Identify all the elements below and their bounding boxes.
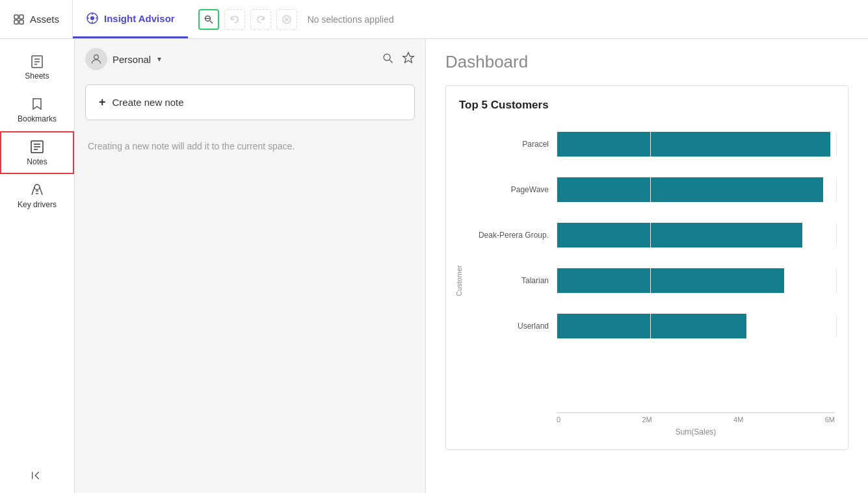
y-axis-label: Customer <box>453 125 466 436</box>
nav-item-key-drivers[interactable]: Key drivers <box>0 174 74 217</box>
bar-track <box>557 177 835 202</box>
undo-icon[interactable] <box>224 9 245 30</box>
svg-line-11 <box>210 21 213 23</box>
x-axis-title: Sum(Sales) <box>557 427 835 436</box>
create-note-button[interactable]: + Create new note <box>85 84 415 120</box>
svg-rect-0 <box>14 15 18 19</box>
svg-point-5 <box>90 16 94 20</box>
bar-row: Paracel <box>466 125 835 164</box>
x-axis-area: 02M4M6M Sum(Sales) <box>557 412 835 436</box>
toolbar-icons: No selections applied <box>188 9 868 30</box>
bar-label: PageWave <box>466 185 557 194</box>
bar-label: Talarian <box>466 276 557 285</box>
bar-track <box>557 223 835 247</box>
x-tick: 2M <box>642 416 651 423</box>
svg-point-24 <box>34 184 40 190</box>
insight-advisor-label: Insight Advisor <box>104 13 175 24</box>
notes-panel: Personal ▾ + Create new note <box>75 39 426 493</box>
bar-label: Userland <box>466 322 557 331</box>
bar-row: Talarian <box>466 261 835 300</box>
dashboard-area: Dashboard Top 5 Customers Customer Parac… <box>426 39 868 493</box>
bar-track <box>557 268 835 293</box>
nav-item-notes[interactable]: Notes <box>0 131 74 174</box>
clear-selections-icon[interactable] <box>276 9 297 30</box>
nav-item-sheets[interactable]: Sheets <box>0 45 74 88</box>
nav-collapse-button[interactable] <box>0 461 74 493</box>
create-note-label: Create new note <box>112 97 184 108</box>
main-content: Sheets Bookmarks Notes Key drivers <box>0 39 868 493</box>
bar-fill <box>557 223 802 247</box>
bar-fill <box>557 268 784 293</box>
panel-header-right <box>381 51 415 67</box>
x-tick: 4M <box>733 416 743 423</box>
nav-sheets-label: Sheets <box>25 71 49 81</box>
nav-key-drivers-label: Key drivers <box>18 200 57 209</box>
assets-tab[interactable]: Assets <box>0 0 73 38</box>
svg-point-27 <box>94 55 99 59</box>
nav-item-bookmarks[interactable]: Bookmarks <box>0 88 74 131</box>
bar-chart: Customer ParacelPageWaveDeak-Perera Grou… <box>453 125 835 436</box>
panel-header: Personal ▾ <box>75 39 425 79</box>
svg-rect-3 <box>20 20 23 24</box>
bar-fill <box>557 314 746 338</box>
plus-icon: + <box>99 95 106 109</box>
dashboard-title: Dashboard <box>445 52 848 72</box>
nav-bookmarks-label: Bookmarks <box>18 114 57 123</box>
x-tick: 0 <box>557 416 560 423</box>
personal-label: Personal <box>112 54 151 65</box>
left-nav: Sheets Bookmarks Notes Key drivers <box>0 39 75 493</box>
insight-advisor-tab[interactable]: Insight Advisor <box>73 0 188 38</box>
bars-container: ParacelPageWaveDeak-Perera Group.Talaria… <box>466 125 835 412</box>
svg-rect-1 <box>20 15 23 19</box>
svg-line-29 <box>389 60 392 62</box>
panel-hint-text: Creating a new note will add it to the c… <box>75 131 425 162</box>
assets-label: Assets <box>30 14 59 25</box>
chart-container: Top 5 Customers Customer ParacelPageWave… <box>445 85 848 450</box>
bar-track <box>557 314 835 338</box>
bar-fill <box>557 177 823 202</box>
bar-row: Userland <box>466 307 835 346</box>
bar-label: Paracel <box>466 140 557 149</box>
search-notes-button[interactable] <box>381 51 394 67</box>
pin-button[interactable] <box>402 51 415 67</box>
x-ticks: 02M4M6M <box>557 413 835 423</box>
redo-icon[interactable] <box>250 9 271 30</box>
bar-row: PageWave <box>466 170 835 209</box>
bar-fill <box>557 132 830 157</box>
chevron-down-icon[interactable]: ▾ <box>157 55 161 64</box>
bar-row: Deak-Perera Group. <box>466 216 835 255</box>
x-tick: 6M <box>825 416 835 423</box>
top-bar: Assets Insight Advisor <box>0 0 868 39</box>
chart-inner: ParacelPageWaveDeak-Perera Group.Talaria… <box>466 125 835 436</box>
svg-rect-2 <box>14 20 18 24</box>
panel-header-left: Personal ▾ <box>85 48 161 70</box>
smart-search-icon[interactable] <box>198 9 219 30</box>
chart-title: Top 5 Customers <box>453 99 835 112</box>
no-selections-label: No selections applied <box>308 14 394 25</box>
personal-avatar <box>85 48 107 70</box>
nav-notes-label: Notes <box>27 157 47 166</box>
svg-point-28 <box>384 54 390 60</box>
bar-label: Deak-Perera Group. <box>466 231 557 240</box>
bar-track <box>557 132 835 157</box>
